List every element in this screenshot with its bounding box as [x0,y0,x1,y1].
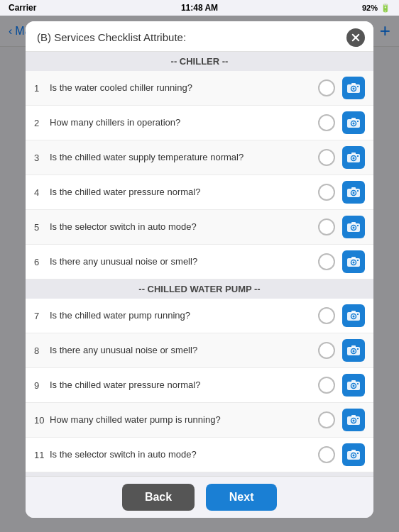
svg-rect-49 [357,418,359,419]
modal-dialog: (B) Services Checklist Attribute: -- CHI… [26,21,373,518]
svg-point-18 [353,192,355,194]
camera-icon [346,379,361,391]
camera-icon [346,310,361,321]
svg-rect-14 [357,155,359,157]
next-button[interactable]: Next [206,484,277,511]
checklist-row: 11Is the selector switch in auto mode? [26,438,373,472]
row-number: 7 [34,311,50,321]
checklist-row: 4Is the chilled water pressure normal? [26,175,373,210]
svg-rect-27 [351,257,356,259]
radio-input[interactable] [318,307,335,324]
svg-point-13 [353,157,355,160]
row-text: Is the selector switch in auto mode? [50,449,318,461]
camera-icon [346,345,361,356]
camera-button[interactable] [342,374,365,397]
checklist-row: 2How many chillers in operation? [26,106,373,140]
svg-point-48 [353,420,355,422]
svg-rect-2 [351,83,356,85]
camera-button[interactable] [342,216,365,238]
svg-rect-7 [351,118,356,120]
section-header-chilled-water-pump: -- CHILLED WATER PUMP -- [26,279,373,299]
svg-point-3 [353,88,355,90]
svg-rect-34 [357,314,359,315]
radio-input[interactable] [318,446,335,463]
row-number: 5 [34,222,50,233]
svg-point-33 [353,316,355,318]
svg-rect-54 [357,453,359,454]
checklist-row: 10How many chilled water pump is running… [26,403,373,438]
row-number: 6 [34,257,50,267]
modal-title: (B) Services Checklist Attribute: [37,31,186,43]
checklist-row: 3Is the chilled water supply temperature… [26,140,373,175]
svg-rect-22 [351,222,356,224]
row-text: Is the chilled water pressure normal? [50,187,318,199]
battery-label: 92% [362,4,378,12]
status-bar: Carrier 11:48 AM 92% 🔋 [0,0,399,16]
radio-input[interactable] [318,79,335,96]
close-button[interactable] [346,28,365,47]
checklist-row: 8Is there any unusual noise or smell? [26,333,373,368]
svg-rect-9 [357,121,359,122]
checklist-row: 9Is the chilled water pressure normal? [26,368,373,403]
svg-rect-39 [357,348,359,350]
checklist-row: 5Is the selector switch in auto mode? [26,210,373,245]
row-text: Is the chilled water pressure normal? [50,379,318,392]
row-text: Is there any unusual noise or smell? [50,345,318,357]
modal-overlay: (B) Services Checklist Attribute: -- CHI… [0,16,399,532]
row-number: 11 [34,450,50,460]
svg-point-38 [353,350,355,353]
modal-header: (B) Services Checklist Attribute: [26,21,373,52]
row-text: Is the chilled water supply temperature … [50,152,318,164]
camera-icon [346,256,361,267]
camera-button[interactable] [342,181,365,204]
back-button[interactable]: Back [122,484,195,511]
radio-input[interactable] [318,342,335,359]
checklist-row: 6Is there any unusual noise or smell? [26,245,373,279]
carrier-label: Carrier [9,3,36,13]
svg-rect-4 [357,86,359,87]
camera-button[interactable] [342,339,365,362]
radio-input[interactable] [318,114,335,131]
camera-icon [346,449,361,460]
radio-input[interactable] [318,411,335,428]
section-header-chiller: -- CHILLER -- [26,52,373,71]
camera-icon [346,187,361,198]
row-number: 2 [34,118,50,128]
svg-rect-12 [351,153,356,155]
radio-input[interactable] [318,377,335,394]
checklist-row: 7Is the chilled water pump running? [26,299,373,333]
svg-rect-19 [357,190,359,192]
camera-button[interactable] [342,409,365,431]
camera-icon [346,152,361,163]
svg-rect-29 [357,260,359,261]
checklist-row: 1Is the water cooled chiller running? [26,71,373,106]
camera-button[interactable] [342,443,365,466]
radio-input[interactable] [318,149,335,166]
svg-point-28 [353,262,355,264]
row-number: 8 [34,345,50,356]
camera-button[interactable] [342,304,365,327]
camera-button[interactable] [342,111,365,134]
row-number: 9 [34,380,50,391]
camera-button[interactable] [342,250,365,273]
svg-rect-24 [357,225,359,226]
radio-input[interactable] [318,184,335,201]
row-number: 10 [34,415,50,426]
svg-point-8 [353,123,355,125]
row-number: 3 [34,153,50,163]
svg-rect-37 [351,345,356,348]
modal-body[interactable]: -- CHILLER --1Is the water cooled chille… [26,52,373,476]
svg-rect-47 [351,415,356,417]
camera-button[interactable] [342,146,365,169]
radio-input[interactable] [318,218,335,235]
svg-point-23 [353,227,355,229]
row-text: Is there any unusual noise or smell? [50,256,318,268]
camera-icon [346,117,361,128]
modal-footer: Back Next [26,476,373,518]
row-number: 1 [34,83,50,94]
row-number: 4 [34,187,50,198]
radio-input[interactable] [318,253,335,270]
camera-button[interactable] [342,77,365,99]
row-text: Is the chilled water pump running? [50,310,318,322]
svg-point-53 [353,455,355,457]
